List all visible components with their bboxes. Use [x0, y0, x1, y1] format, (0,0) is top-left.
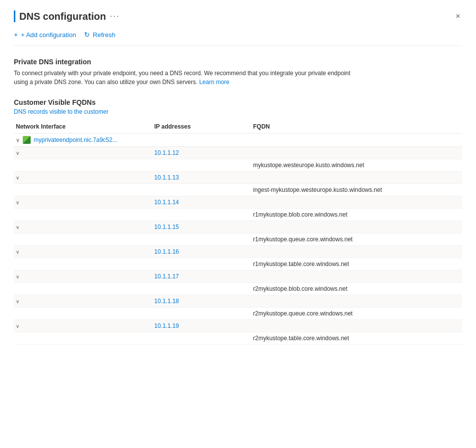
- chevron-down-icon[interactable]: ∨: [16, 274, 19, 279]
- fqdn-value: r2mykustope.blob.core.windows.net: [253, 285, 347, 292]
- ip-row-fqdn-cell: [251, 295, 462, 308]
- table-row: ∨ 10.1.1.12: [14, 147, 462, 159]
- close-button[interactable]: ×: [454, 10, 462, 23]
- ip-address-value: 10.1.1.14: [154, 199, 179, 206]
- chevron-down-icon[interactable]: ∨: [16, 224, 19, 230]
- ip-address-cell: 10.1.1.18: [152, 295, 251, 308]
- table-row: ∨ 10.1.1.17: [14, 270, 462, 283]
- ip-row-chevron-cell: ∨: [14, 270, 152, 283]
- fqdn-value: r2mykustope.queue.core.windows.net: [253, 310, 352, 317]
- ip-address-value: 10.1.1.12: [154, 149, 179, 156]
- ip-address-value: 10.1.1.19: [154, 322, 179, 329]
- panel-title: DNS configuration: [19, 11, 106, 22]
- ip-address-value: 10.1.1.15: [154, 224, 179, 230]
- dns-configuration-panel: DNS configuration ··· × + + Add configur…: [0, 0, 476, 355]
- table-row: ∨ 10.1.1.16: [14, 246, 462, 258]
- fqdn-value: r1mykustope.blob.core.windows.net: [253, 211, 347, 218]
- fqdn-ip-cell: [152, 184, 251, 196]
- private-dns-description: To connect privately with your private e…: [14, 69, 360, 87]
- chevron-down-icon[interactable]: ∨: [16, 175, 19, 180]
- add-icon: +: [14, 31, 18, 39]
- ip-address-cell: 10.1.1.15: [152, 221, 251, 233]
- ip-address-value: 10.1.1.17: [154, 273, 179, 280]
- fqdn-network-cell: [14, 184, 152, 196]
- toolbar: + + Add configuration ↻ Refresh: [14, 31, 462, 46]
- fqdn-ip-cell: [152, 283, 251, 295]
- ip-address-value: 10.1.1.16: [154, 248, 179, 255]
- private-dns-title: Private DNS integration: [14, 58, 462, 66]
- nic-network-icon: [23, 136, 31, 144]
- fqdn-section-title: Customer Visible FQDNs: [14, 98, 462, 106]
- fqdn-network-cell: [14, 283, 152, 295]
- fqdn-value-cell: r2mykustope.blob.core.windows.net: [251, 283, 462, 295]
- fqdn-section-subtitle: DNS records visible to the customer: [14, 108, 462, 115]
- fqdn-network-cell: [14, 332, 152, 345]
- ip-row-chevron-cell: ∨: [14, 295, 152, 308]
- ip-address-cell: 10.1.1.17: [152, 270, 251, 283]
- fqdn-value-cell: ingest-mykustope.westeurope.kusto.window…: [251, 184, 462, 196]
- fqdn-ip-cell: [152, 209, 251, 221]
- ip-row-fqdn-cell: [251, 172, 462, 184]
- ip-address-value: 10.1.1.13: [154, 174, 179, 181]
- chevron-down-icon[interactable]: ∨: [16, 323, 19, 329]
- refresh-button[interactable]: ↻ Refresh: [84, 31, 116, 39]
- table-row: r1mykustope.blob.core.windows.net: [14, 209, 462, 221]
- table-row: r2mykustope.table.core.windows.net: [14, 332, 462, 345]
- ip-address-value: 10.1.1.18: [154, 298, 179, 305]
- ip-row-fqdn-cell: [251, 147, 462, 159]
- ip-row-chevron-cell: ∨: [14, 147, 152, 159]
- table-header-row: Network Interface IP addresses FQDN: [14, 120, 462, 134]
- fqdn-value-cell: r2mykustope.table.core.windows.net: [251, 332, 462, 345]
- nic-name-link[interactable]: myprivateendpoint.nic.7a9c52...: [34, 136, 117, 143]
- fqdn-network-cell: [14, 308, 152, 320]
- chevron-down-icon[interactable]: ∨: [16, 200, 19, 205]
- ip-row-fqdn-cell: [251, 246, 462, 258]
- ip-row-chevron-cell: ∨: [14, 246, 152, 258]
- fqdn-section: Customer Visible FQDNs DNS records visib…: [14, 98, 462, 345]
- add-config-label: + Add configuration: [21, 31, 76, 39]
- fqdn-ip-cell: [152, 258, 251, 270]
- ip-row-chevron-cell: ∨: [14, 196, 152, 209]
- panel-header: DNS configuration ··· ×: [14, 10, 462, 23]
- fqdn-network-cell: [14, 209, 152, 221]
- ip-row-chevron-cell: ∨: [14, 221, 152, 233]
- chevron-down-icon[interactable]: ∨: [16, 150, 19, 156]
- ip-row-chevron-cell: ∨: [14, 320, 152, 332]
- table-row: ∨ 10.1.1.18: [14, 295, 462, 308]
- fqdn-value-cell: r1mykustope.queue.core.windows.net: [251, 233, 462, 246]
- fqdn-value: r1mykustope.queue.core.windows.net: [253, 236, 352, 243]
- fqdn-value-cell: r2mykustope.queue.core.windows.net: [251, 308, 462, 320]
- table-row: r2mykustope.queue.core.windows.net: [14, 308, 462, 320]
- table-row: r1mykustope.table.core.windows.net: [14, 258, 462, 270]
- learn-more-link[interactable]: Learn more: [199, 79, 229, 86]
- nic-cell-container: ∨ myprivateendpoint.nic.7a9c52...: [14, 134, 462, 147]
- add-configuration-button[interactable]: + + Add configuration: [14, 31, 76, 39]
- ip-address-cell: 10.1.1.16: [152, 246, 251, 258]
- ip-row-fqdn-cell: [251, 196, 462, 209]
- fqdn-network-cell: [14, 233, 152, 246]
- table-row: ingest-mykustope.westeurope.kusto.window…: [14, 184, 462, 196]
- nic-chevron-icon[interactable]: ∨: [16, 137, 20, 143]
- fqdn-network-cell: [14, 159, 152, 172]
- ip-address-cell: 10.1.1.19: [152, 320, 251, 332]
- title-bar-accent: [14, 10, 15, 22]
- ip-row-fqdn-cell: [251, 320, 462, 332]
- private-dns-desc-text: To connect privately with your private e…: [14, 70, 350, 86]
- fqdn-network-cell: [14, 258, 152, 270]
- fqdn-ip-cell: [152, 332, 251, 345]
- chevron-down-icon[interactable]: ∨: [16, 299, 19, 304]
- fqdn-value: r2mykustope.table.core.windows.net: [253, 335, 349, 342]
- fqdn-ip-cell: [152, 233, 251, 246]
- chevron-down-icon[interactable]: ∨: [16, 249, 19, 255]
- nic-cell: ∨ myprivateendpoint.nic.7a9c52...: [16, 136, 458, 144]
- fqdn-value: ingest-mykustope.westeurope.kusto.window…: [253, 186, 382, 193]
- refresh-icon: ↻: [84, 31, 90, 39]
- table-row: mykustope.westeurope.kusto.windows.net: [14, 159, 462, 172]
- ip-address-cell: 10.1.1.12: [152, 147, 251, 159]
- private-dns-section: Private DNS integration To connect priva…: [14, 58, 462, 87]
- fqdn-ip-cell: [152, 308, 251, 320]
- col-header-fqdn: FQDN: [251, 120, 462, 134]
- table-row: ∨ 10.1.1.13: [14, 172, 462, 184]
- table-row: r1mykustope.queue.core.windows.net: [14, 233, 462, 246]
- fqdn-value-cell: r1mykustope.table.core.windows.net: [251, 258, 462, 270]
